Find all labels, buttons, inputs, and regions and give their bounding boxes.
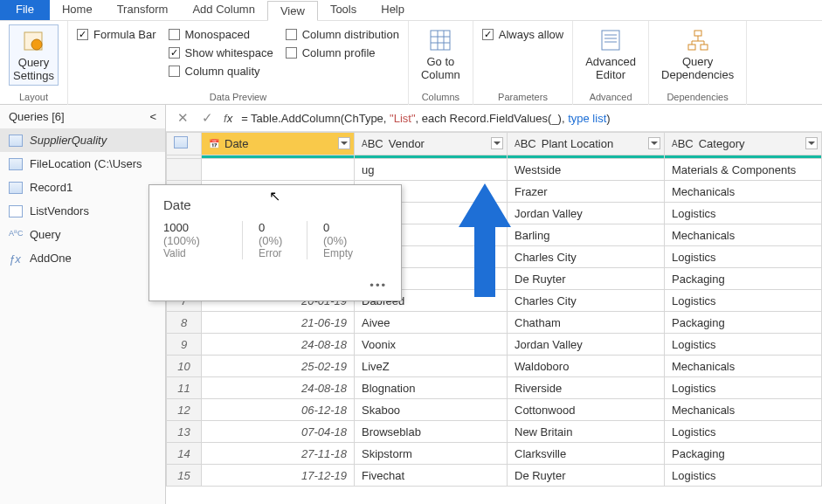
menu-transform[interactable]: Transform: [105, 0, 181, 20]
menu-view[interactable]: View: [267, 1, 318, 21]
editor-icon: [597, 26, 625, 54]
query-item[interactable]: AᴮCQuery: [0, 223, 165, 246]
cell-plant: New Britain: [508, 421, 665, 443]
error-count: 0: [259, 221, 265, 234]
tooltip-more-button[interactable]: •••: [163, 279, 387, 292]
query-item[interactable]: SupplierQuality: [0, 128, 165, 152]
cell-date: 06-12-18: [202, 399, 355, 421]
go-to-column-button[interactable]: Go to Column: [418, 24, 464, 84]
svg-point-1: [31, 39, 42, 50]
query-item[interactable]: FileLocation (C:\Users: [0, 152, 165, 176]
cell-vendor: Browseblab: [355, 421, 508, 443]
row-number: 11: [167, 377, 202, 399]
error-pct: (0%): [259, 234, 282, 247]
table-corner[interactable]: [167, 133, 202, 155]
column-profile-checkbox[interactable]: Column profile: [286, 46, 399, 59]
table-icon: [9, 135, 23, 147]
cell-date: 27-11-18: [202, 443, 355, 465]
column-quality-checkbox[interactable]: Column quality: [169, 65, 273, 78]
cell-plant: Barling: [508, 224, 665, 246]
tooltip-title: Date: [163, 197, 387, 212]
cell-date: 21-06-19: [202, 312, 355, 334]
menu-tools[interactable]: Tools: [318, 0, 369, 20]
cell-category: Mechanicals: [665, 181, 822, 203]
svg-rect-12: [688, 45, 695, 50]
filter-dropdown-category[interactable]: [805, 137, 818, 149]
query-item[interactable]: Record1: [0, 176, 165, 199]
cell-category: Mechanicals: [665, 356, 822, 377]
collapse-icon[interactable]: <: [149, 110, 156, 123]
menu-addcolumn[interactable]: Add Column: [180, 0, 267, 20]
query-dependencies-button[interactable]: Query Dependencies: [658, 24, 737, 84]
filter-dropdown-plant[interactable]: [648, 137, 660, 149]
cell-vendor: Skaboo: [355, 399, 508, 421]
cell-category: Logistics: [665, 203, 822, 224]
column-header-plant[interactable]: ABCPlant Location: [508, 133, 665, 155]
cell-plant: Riverside: [508, 377, 665, 399]
table-row[interactable]: ugWestsideMaterials & Components: [167, 159, 822, 181]
table-row[interactable]: 1124-08-18BlognationRiversideLogistics: [167, 377, 822, 399]
row-number: 10: [167, 356, 202, 377]
group-label-columns: Columns: [422, 90, 459, 105]
cell-plant: Chatham: [508, 312, 665, 334]
cell-category: Packaging: [665, 268, 822, 290]
ribbon-group-parameters: ✓Always allow Parameters: [473, 21, 573, 105]
table-icon: [9, 182, 23, 194]
show-whitespace-checkbox[interactable]: ✓Show whitespace: [169, 46, 273, 59]
filter-dropdown-vendor[interactable]: [491, 137, 503, 149]
fx-pre: = Table.AddColumn(ChType,: [241, 112, 390, 125]
query-settings-button[interactable]: Query Settings: [9, 24, 59, 86]
commit-button[interactable]: ✓: [199, 110, 215, 126]
group-label-parameters: Parameters: [498, 90, 548, 105]
table-row[interactable]: 924-08-18VoonixJordan ValleyLogistics: [167, 334, 822, 356]
always-allow-checkbox[interactable]: ✓Always allow: [482, 28, 563, 41]
menu-file[interactable]: File: [0, 0, 50, 20]
column-header-vendor[interactable]: ABCVendor: [355, 133, 508, 155]
cell-date: 07-04-18: [202, 421, 355, 443]
empty-count: 0: [323, 221, 329, 234]
valid-pct: (100%): [163, 234, 200, 247]
group-label-layout: Layout: [19, 90, 48, 105]
menu-home[interactable]: Home: [50, 0, 105, 20]
query-item[interactable]: ListVendors: [0, 199, 165, 223]
cell-category: Mechanicals: [665, 224, 822, 246]
fx-keyword: type list: [568, 112, 606, 125]
cell-plant: Jordan Valley: [508, 203, 665, 224]
table-icon: [9, 205, 23, 217]
column-header-category[interactable]: ABCCategory: [665, 133, 822, 155]
cell-plant: Waldoboro: [508, 356, 665, 377]
cell-date: 25-02-19: [202, 356, 355, 377]
column-header-date[interactable]: 📅Date: [202, 133, 355, 155]
formula-text[interactable]: = Table.AddColumn(ChType, "List", each R…: [241, 112, 610, 125]
table-row[interactable]: 1517-12-19FivechatDe RuyterLogistics: [167, 465, 822, 487]
monospaced-label: Monospaced: [185, 28, 250, 41]
cell-date: 24-08-18: [202, 377, 355, 399]
queries-pane: Queries [6] < SupplierQualityFileLocatio…: [0, 105, 166, 504]
table-row[interactable]: 1307-04-18BrowseblabNew BritainLogistics: [167, 421, 822, 443]
cell-date: [202, 159, 355, 181]
column-profile-label: Column profile: [302, 46, 376, 59]
advanced-editor-button[interactable]: Advanced Editor: [582, 24, 639, 84]
table-row[interactable]: 1025-02-19LiveZWaldoboroMechanicals: [167, 356, 822, 377]
menu-help[interactable]: Help: [369, 0, 417, 20]
monospaced-checkbox[interactable]: Monospaced: [169, 28, 273, 41]
table-row[interactable]: 1206-12-18SkabooCottonwoodMechanicals: [167, 399, 822, 421]
query-item[interactable]: ƒxAddOne: [0, 246, 165, 270]
group-label-advanced: Advanced: [590, 90, 632, 105]
svg-rect-7: [602, 31, 619, 50]
col-category-label: Category: [699, 137, 745, 150]
table-row[interactable]: 821-06-19AiveeChathamPackaging: [167, 312, 822, 334]
ribbon-group-columns: Go to Column Columns: [409, 21, 473, 105]
table-row[interactable]: 1427-11-18SkipstormClarksvillePackaging: [167, 443, 822, 465]
cell-category: Logistics: [665, 465, 822, 487]
cancel-button[interactable]: ✕: [175, 110, 190, 126]
column-distribution-checkbox[interactable]: Column distribution: [286, 28, 399, 41]
text-type-icon: ABC: [362, 137, 383, 150]
filter-dropdown-date[interactable]: [338, 137, 350, 149]
row-number: 9: [167, 334, 202, 356]
always-allow-label: Always allow: [499, 28, 563, 41]
svg-rect-2: [431, 31, 450, 50]
error-label: Error: [259, 247, 291, 259]
dependencies-icon: [684, 26, 712, 54]
formula-bar-checkbox[interactable]: ✓Formula Bar: [77, 28, 156, 41]
